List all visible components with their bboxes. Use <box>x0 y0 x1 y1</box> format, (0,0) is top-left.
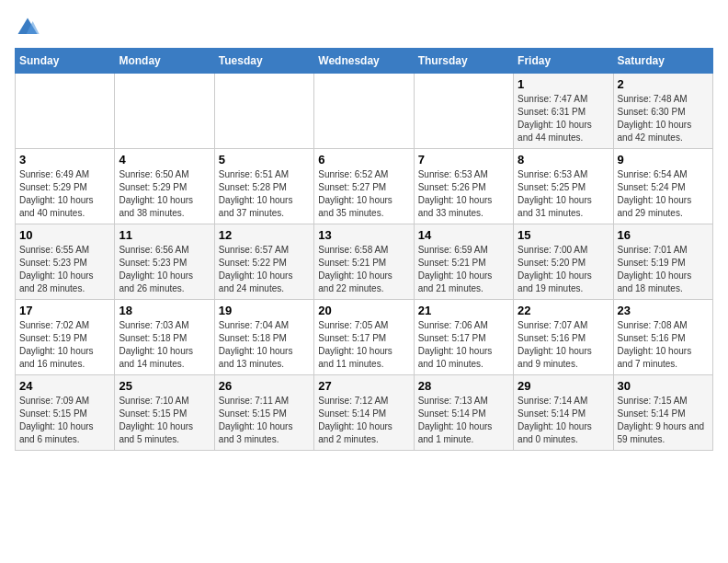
header-thursday: Thursday <box>414 49 513 74</box>
week-row-2: 10Sunrise: 6:55 AM Sunset: 5:23 PM Dayli… <box>16 224 713 300</box>
day-cell: 6Sunrise: 6:52 AM Sunset: 5:27 PM Daylig… <box>314 149 414 224</box>
day-info: Sunrise: 6:59 AM Sunset: 5:21 PM Dayligh… <box>418 244 509 295</box>
day-number: 14 <box>418 228 509 242</box>
day-info: Sunrise: 7:06 AM Sunset: 5:17 PM Dayligh… <box>418 319 509 371</box>
day-info: Sunrise: 7:48 AM Sunset: 6:30 PM Dayligh… <box>618 93 709 144</box>
day-info: Sunrise: 7:04 AM Sunset: 5:18 PM Dayligh… <box>219 319 310 371</box>
day-info: Sunrise: 6:53 AM Sunset: 5:26 PM Dayligh… <box>418 168 509 220</box>
day-cell: 9Sunrise: 6:54 AM Sunset: 5:24 PM Daylig… <box>613 149 712 224</box>
day-cell: 4Sunrise: 6:50 AM Sunset: 5:29 PM Daylig… <box>115 149 214 224</box>
day-cell: 25Sunrise: 7:10 AM Sunset: 5:15 PM Dayli… <box>115 375 214 451</box>
day-number: 4 <box>119 153 210 167</box>
header-sunday: Sunday <box>16 49 115 74</box>
header-saturday: Saturday <box>613 49 712 74</box>
day-cell: 3Sunrise: 6:49 AM Sunset: 5:29 PM Daylig… <box>16 149 115 224</box>
day-number: 2 <box>618 77 709 91</box>
day-cell: 10Sunrise: 6:55 AM Sunset: 5:23 PM Dayli… <box>16 224 115 300</box>
week-row-0: 1Sunrise: 7:47 AM Sunset: 6:31 PM Daylig… <box>16 74 713 149</box>
day-number: 18 <box>119 304 210 317</box>
day-info: Sunrise: 7:01 AM Sunset: 5:19 PM Dayligh… <box>618 244 709 295</box>
day-cell: 8Sunrise: 6:53 AM Sunset: 5:25 PM Daylig… <box>514 149 613 224</box>
day-number: 1 <box>518 77 609 91</box>
day-cell: 1Sunrise: 7:47 AM Sunset: 6:31 PM Daylig… <box>514 74 613 149</box>
week-row-3: 17Sunrise: 7:02 AM Sunset: 5:19 PM Dayli… <box>16 300 713 375</box>
day-cell: 12Sunrise: 6:57 AM Sunset: 5:22 PM Dayli… <box>214 224 313 300</box>
day-cell: 14Sunrise: 6:59 AM Sunset: 5:21 PM Dayli… <box>414 224 513 300</box>
day-number: 20 <box>318 304 409 317</box>
day-cell: 13Sunrise: 6:58 AM Sunset: 5:21 PM Dayli… <box>314 224 414 300</box>
day-cell: 5Sunrise: 6:51 AM Sunset: 5:28 PM Daylig… <box>214 149 313 224</box>
day-info: Sunrise: 7:10 AM Sunset: 5:15 PM Dayligh… <box>119 395 210 446</box>
day-info: Sunrise: 7:13 AM Sunset: 5:14 PM Dayligh… <box>418 395 509 446</box>
day-cell: 24Sunrise: 7:09 AM Sunset: 5:15 PM Dayli… <box>16 375 115 451</box>
day-cell: 18Sunrise: 7:03 AM Sunset: 5:18 PM Dayli… <box>115 300 214 375</box>
day-info: Sunrise: 6:58 AM Sunset: 5:21 PM Dayligh… <box>318 244 409 295</box>
day-info: Sunrise: 7:47 AM Sunset: 6:31 PM Dayligh… <box>518 93 609 144</box>
day-number: 22 <box>518 304 609 317</box>
day-info: Sunrise: 7:14 AM Sunset: 5:14 PM Dayligh… <box>518 395 609 446</box>
day-cell: 11Sunrise: 6:56 AM Sunset: 5:23 PM Dayli… <box>115 224 214 300</box>
day-cell: 17Sunrise: 7:02 AM Sunset: 5:19 PM Dayli… <box>16 300 115 375</box>
header <box>15 15 713 40</box>
day-cell <box>414 74 513 149</box>
day-info: Sunrise: 7:11 AM Sunset: 5:15 PM Dayligh… <box>219 395 310 446</box>
day-info: Sunrise: 6:49 AM Sunset: 5:29 PM Dayligh… <box>19 168 110 220</box>
day-info: Sunrise: 6:50 AM Sunset: 5:29 PM Dayligh… <box>119 168 210 220</box>
calendar-header-row: SundayMondayTuesdayWednesdayThursdayFrid… <box>16 49 713 74</box>
day-number: 30 <box>618 379 709 393</box>
day-info: Sunrise: 7:07 AM Sunset: 5:16 PM Dayligh… <box>518 319 609 371</box>
day-cell: 22Sunrise: 7:07 AM Sunset: 5:16 PM Dayli… <box>514 300 613 375</box>
day-cell: 2Sunrise: 7:48 AM Sunset: 6:30 PM Daylig… <box>613 74 712 149</box>
day-info: Sunrise: 7:05 AM Sunset: 5:17 PM Dayligh… <box>318 319 409 371</box>
day-info: Sunrise: 6:57 AM Sunset: 5:22 PM Dayligh… <box>219 244 310 295</box>
day-cell: 15Sunrise: 7:00 AM Sunset: 5:20 PM Dayli… <box>514 224 613 300</box>
day-cell: 30Sunrise: 7:15 AM Sunset: 5:14 PM Dayli… <box>613 375 712 451</box>
day-info: Sunrise: 6:53 AM Sunset: 5:25 PM Dayligh… <box>518 168 609 220</box>
day-number: 26 <box>219 379 310 393</box>
day-cell <box>214 74 313 149</box>
day-number: 28 <box>418 379 509 393</box>
day-info: Sunrise: 6:56 AM Sunset: 5:23 PM Dayligh… <box>119 244 210 295</box>
day-info: Sunrise: 7:15 AM Sunset: 5:14 PM Dayligh… <box>618 395 709 446</box>
day-cell: 20Sunrise: 7:05 AM Sunset: 5:17 PM Dayli… <box>314 300 414 375</box>
day-cell: 19Sunrise: 7:04 AM Sunset: 5:18 PM Dayli… <box>214 300 313 375</box>
day-cell: 23Sunrise: 7:08 AM Sunset: 5:16 PM Dayli… <box>613 300 712 375</box>
day-number: 6 <box>318 153 409 167</box>
day-cell: 16Sunrise: 7:01 AM Sunset: 5:19 PM Dayli… <box>613 224 712 300</box>
calendar-table: SundayMondayTuesdayWednesdayThursdayFrid… <box>15 48 713 451</box>
logo <box>15 15 44 40</box>
day-number: 27 <box>318 379 409 393</box>
day-number: 11 <box>119 228 210 242</box>
day-info: Sunrise: 6:51 AM Sunset: 5:28 PM Dayligh… <box>219 168 310 220</box>
day-number: 5 <box>219 153 310 167</box>
day-cell: 29Sunrise: 7:14 AM Sunset: 5:14 PM Dayli… <box>514 375 613 451</box>
day-cell <box>16 74 115 149</box>
logo-icon <box>15 15 40 40</box>
day-cell <box>115 74 214 149</box>
day-cell: 27Sunrise: 7:12 AM Sunset: 5:14 PM Dayli… <box>314 375 414 451</box>
day-number: 12 <box>219 228 310 242</box>
day-number: 3 <box>19 153 110 167</box>
day-number: 23 <box>618 304 709 317</box>
week-row-1: 3Sunrise: 6:49 AM Sunset: 5:29 PM Daylig… <box>16 149 713 224</box>
day-number: 10 <box>19 228 110 242</box>
day-number: 7 <box>418 153 509 167</box>
header-wednesday: Wednesday <box>314 49 414 74</box>
day-number: 21 <box>418 304 509 317</box>
day-number: 15 <box>518 228 609 242</box>
header-monday: Monday <box>115 49 214 74</box>
day-cell <box>314 74 414 149</box>
day-info: Sunrise: 7:02 AM Sunset: 5:19 PM Dayligh… <box>19 319 110 371</box>
day-info: Sunrise: 7:08 AM Sunset: 5:16 PM Dayligh… <box>618 319 709 371</box>
day-number: 25 <box>119 379 210 393</box>
day-info: Sunrise: 6:52 AM Sunset: 5:27 PM Dayligh… <box>318 168 409 220</box>
day-number: 24 <box>19 379 110 393</box>
day-info: Sunrise: 7:09 AM Sunset: 5:15 PM Dayligh… <box>19 395 110 446</box>
day-cell: 21Sunrise: 7:06 AM Sunset: 5:17 PM Dayli… <box>414 300 513 375</box>
day-number: 29 <box>518 379 609 393</box>
day-info: Sunrise: 7:12 AM Sunset: 5:14 PM Dayligh… <box>318 395 409 446</box>
header-friday: Friday <box>514 49 613 74</box>
day-number: 13 <box>318 228 409 242</box>
week-row-4: 24Sunrise: 7:09 AM Sunset: 5:15 PM Dayli… <box>16 375 713 451</box>
day-cell: 28Sunrise: 7:13 AM Sunset: 5:14 PM Dayli… <box>414 375 513 451</box>
